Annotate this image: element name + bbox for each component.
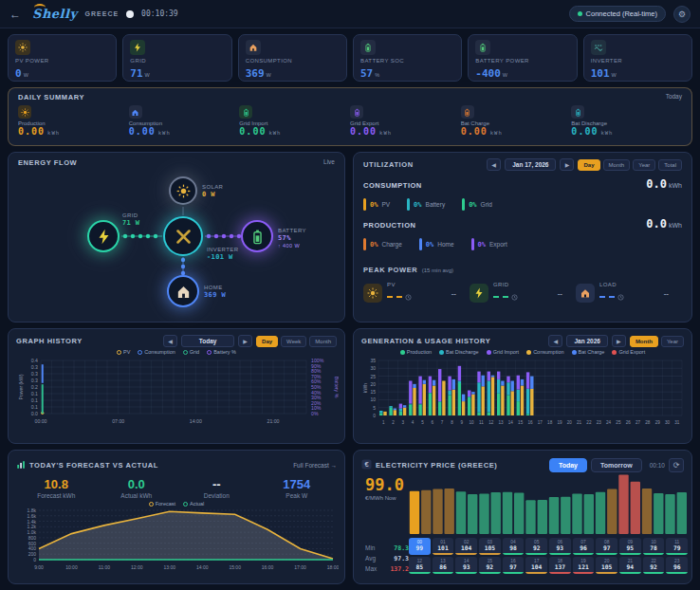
flow-label-solar: SOLAR0 W [202, 183, 223, 198]
peak-dash-line [387, 296, 402, 298]
price-cell-hour-06[interactable]: 0693 [549, 538, 571, 555]
util-range-total-button[interactable]: Total [658, 159, 682, 171]
util-range-month-button[interactable]: Month [603, 159, 631, 171]
daily-item-consumption: Consumption0.00kWh [129, 105, 240, 137]
gen-next-button[interactable]: ▶ [612, 335, 626, 347]
price-cell-underline [409, 553, 431, 555]
gen-range-month-button[interactable]: Month [630, 336, 658, 347]
price-cell-hour-23[interactable]: 2396 [666, 557, 688, 574]
price-cell-hour-14[interactable]: 1493 [455, 557, 477, 574]
price-cell-hour-12[interactable]: 1285 [409, 557, 431, 574]
svg-text:1: 1 [382, 420, 385, 425]
stat-card-value: 57 [360, 67, 373, 80]
stat-card-grid[interactable]: GRID71W [122, 34, 231, 82]
graph-range-day-button[interactable]: Day [256, 336, 278, 347]
forecast-panel: TODAY'S FORECAST VS ACTUAL Full Forecast… [8, 450, 345, 584]
price-cell-hour-17[interactable]: 17104 [525, 557, 547, 574]
daily-period-label[interactable]: Today [666, 93, 682, 101]
price-cell-hour-20[interactable]: 20105 [596, 557, 617, 574]
price-cell-hour-08[interactable]: 0897 [596, 538, 617, 555]
graph-next-button[interactable]: ▶ [238, 335, 252, 347]
price-cell-underline [455, 553, 477, 555]
graph-prev-button[interactable]: ◀ [163, 335, 177, 347]
flow-node-inverter[interactable] [163, 216, 203, 256]
peak-item-grid: GRID-- [470, 282, 576, 304]
graph-range-buttons: DayWeekMonth [256, 336, 337, 347]
price-cell-hour-15[interactable]: 1592 [479, 557, 501, 574]
stat-card-battery-soc[interactable]: BATTERY SOC57% [353, 34, 462, 82]
price-cell-hour-22[interactable]: 2292 [643, 557, 665, 574]
price-cell-underline [573, 572, 595, 574]
forecast-stat-deviation: --Deviation [176, 477, 257, 499]
back-arrow-icon[interactable]: ← [9, 8, 21, 21]
flow-label-inverter: INVERTER-101 W [207, 246, 238, 261]
full-forecast-link[interactable]: Full Forecast → [293, 462, 337, 469]
price-cell-hour-16[interactable]: 1697 [503, 557, 525, 574]
flow-node-battery[interactable] [241, 220, 273, 252]
flow-label-title: HOME [204, 284, 226, 291]
util-range-year-button[interactable]: Year [633, 159, 655, 171]
svg-text:0.2: 0.2 [31, 384, 38, 390]
graph-history-panel: GRAPH HISTORY ◀ Today ▶ DayWeekMonth PVC… [8, 328, 345, 444]
svg-text:9:00: 9:00 [34, 564, 44, 570]
flow-node-home[interactable] [167, 275, 199, 307]
price-cell-hour-01[interactable]: 01101 [433, 538, 454, 555]
flow-node-grid[interactable] [87, 220, 120, 252]
flow-node-solar[interactable] [169, 176, 197, 205]
flow-label-home: HOME369 W [204, 284, 226, 299]
forecast-stat-actual-kwh: 0.0Actual kWh [97, 477, 177, 499]
svg-text:07:00: 07:00 [112, 418, 124, 424]
svg-text:20: 20 [370, 381, 376, 387]
gen-date-pill[interactable]: Jan 2026 [566, 335, 607, 347]
peak-power-subtitle: (15 min avg) [422, 267, 453, 273]
price-cell-hour-11[interactable]: 1179 [666, 538, 688, 555]
gear-icon[interactable]: ⚙ [673, 6, 691, 23]
date-pill[interactable]: Jan 17, 2026 [505, 158, 556, 171]
price-cell-hour-03[interactable]: 03105 [479, 538, 501, 555]
price-stat-label: Min [365, 544, 375, 552]
gen-range-year-button[interactable]: Year [661, 336, 684, 347]
flow-label-value: 0 W [202, 191, 223, 198]
refresh-icon[interactable]: ⟳ [669, 458, 684, 472]
price-cell-hour-10[interactable]: 1078 [643, 538, 665, 555]
legend-dot [487, 350, 491, 355]
stat-card-consumption[interactable]: CONSUMPTION369W [238, 34, 347, 82]
price-cell-hour-05[interactable]: 0592 [525, 538, 547, 555]
price-cell-value: 121 [573, 563, 595, 570]
price-cell-hour-18[interactable]: 18137 [549, 557, 571, 574]
inverter-icon [591, 40, 606, 55]
price-cell-value: 92 [525, 544, 547, 551]
price-cell-hour-09[interactable]: 0995 [619, 538, 641, 555]
svg-text:14:00: 14:00 [190, 418, 202, 424]
stat-card-battery-power[interactable]: BATTERY POWER-400W [468, 34, 577, 82]
svg-text:21: 21 [577, 420, 582, 425]
stat-card-pv-power[interactable]: PV POWER0W [8, 34, 117, 82]
svg-text:400: 400 [28, 545, 37, 551]
price-cell-hour-04[interactable]: 0498 [503, 538, 525, 555]
price-cell-underline [549, 553, 571, 555]
graph-range-week-button[interactable]: Week [281, 336, 306, 347]
price-cell-value: 79 [666, 544, 688, 551]
gen-prev-button[interactable]: ◀ [548, 335, 562, 347]
price-tab-tomorrow[interactable]: Tomorrow [591, 458, 642, 472]
price-cell-value: 105 [479, 544, 501, 551]
legend-dot [612, 350, 617, 355]
graph-range-month-button[interactable]: Month [309, 336, 337, 347]
theme-toggle-dot[interactable] [126, 10, 134, 18]
stat-card-inverter[interactable]: INVERTER101W [583, 34, 692, 82]
util-range-day-button[interactable]: Day [578, 159, 599, 171]
clock-text: 00:10:39 [141, 9, 178, 18]
date-next-button[interactable]: ▶ [560, 158, 574, 171]
date-prev-button[interactable]: ◀ [487, 158, 501, 171]
price-tab-today[interactable]: Today [549, 458, 587, 472]
price-cell-hour-07[interactable]: 0796 [573, 538, 595, 555]
price-stat-label: Avg [365, 555, 376, 562]
price-cell-hour-02[interactable]: 02104 [455, 538, 477, 555]
price-cell-hour-00[interactable]: 0099 [409, 538, 431, 555]
price-cell-hour-19[interactable]: 19121 [573, 557, 595, 574]
price-cell-hour-13[interactable]: 1386 [433, 557, 454, 574]
svg-text:8: 8 [451, 420, 453, 425]
peak-item-info: PV [387, 282, 412, 304]
price-cell-hour-21[interactable]: 2194 [619, 557, 641, 574]
graph-date-pill[interactable]: Today [181, 335, 234, 347]
